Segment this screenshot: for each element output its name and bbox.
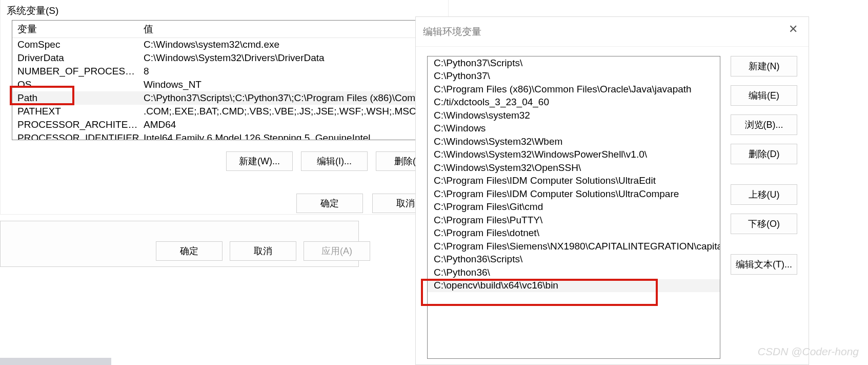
table-row[interactable]: DriverDataC:\Windows\System32\Drivers\Dr… [12,51,437,65]
close-icon[interactable]: ✕ [787,24,799,36]
cell-variable: PROCESSOR_ARCHITECTURE [12,119,140,130]
list-item[interactable]: C:\Windows [428,122,720,136]
cell-variable: PROCESSOR_IDENTIFIER [12,132,140,140]
dialog-titlebar: 编辑环境变量 ✕ [416,17,809,47]
list-item[interactable]: C:\Program Files\dotnet\ [428,227,720,240]
cell-value: C:\Windows\system32\cmd.exe [140,39,437,50]
system-variables-listview[interactable]: 变量 值 ComSpecC:\Windows\system32\cmd.exeD… [12,20,438,140]
edit-button[interactable]: 编辑(I)... [301,151,368,171]
cell-value: .COM;.EXE;.BAT;.CMD;.VBS;.VBE;.JS;.JSE;.… [140,106,437,117]
section-title: 系统变量(S) [7,4,58,17]
move-up-button[interactable]: 上移(U) [731,184,797,205]
table-row[interactable]: OSWindows_NT [12,78,437,91]
new-entry-button[interactable]: 新建(N) [731,56,797,76]
edit-env-var-dialog: 编辑环境变量 ✕ C:\Python37\Scripts\C:\Python37… [415,16,809,365]
cell-variable: Path [12,92,140,104]
cell-variable: OS [12,79,140,90]
list-item[interactable]: C:\Program Files\Git\cmd [428,201,720,214]
list-item[interactable]: C:\Python37\ [428,70,720,83]
listview-header: 变量 值 [12,21,437,38]
list-item[interactable]: C:\Windows\System32\Wbem [428,135,720,148]
cancel-button-2[interactable]: 取消 [230,241,296,261]
table-row[interactable]: NUMBER_OF_PROCESSORS8 [12,65,437,78]
list-item[interactable]: C:\Program Files\IDM Computer Solutions\… [428,187,720,201]
list-item[interactable]: C:\Python36\ [428,266,720,279]
cell-value: C:\Windows\System32\Drivers\DriverData [140,52,437,64]
move-down-button[interactable]: 下移(O) [731,214,797,234]
cell-value: AMD64 [140,119,437,130]
col-header-value[interactable]: 值 [140,23,437,36]
ok-button[interactable]: 确定 [296,194,363,213]
okcancel-row-2: 确定 取消 应用(A) [156,241,370,261]
cell-variable: NUMBER_OF_PROCESSORS [12,66,140,77]
browse-button[interactable]: 浏览(B)... [731,114,797,135]
edit-entry-button[interactable]: 编辑(E) [731,85,797,106]
list-item[interactable]: C:\Program Files\PuTTY\ [428,214,720,227]
table-row[interactable]: PathC:\Python37\Scripts\;C:\Python37\;C:… [12,91,437,105]
cell-variable: DriverData [12,52,140,64]
list-item[interactable]: C:\Python37\Scripts\ [428,56,720,70]
path-listbox[interactable]: C:\Python37\Scripts\C:\Python37\C:\Progr… [427,56,720,359]
new-button[interactable]: 新建(W)... [226,151,293,171]
system-variables-dialog: 系统变量(S) 变量 值 ComSpecC:\Windows\system32\… [0,0,449,215]
side-buttons: 新建(N) 编辑(E) 浏览(B)... 删除(D) 上移(U) 下移(O) 编… [731,56,798,364]
dialog-title: 编辑环境变量 [423,25,481,39]
col-header-variable[interactable]: 变量 [12,23,140,36]
sysvar-button-row: 新建(W)... 编辑(I)... 删除(L) [226,151,442,171]
cell-value: Windows_NT [140,79,437,90]
table-row[interactable]: PATHEXT.COM;.EXE;.BAT;.CMD;.VBS;.VBE;.JS… [12,105,437,118]
list-item[interactable]: C:/ti/xdctools_3_23_04_60 [428,96,720,109]
table-row[interactable]: PROCESSOR_IDENTIFIERIntel64 Family 6 Mod… [12,131,437,140]
taskbar-fragment [0,358,111,365]
ok-button-2[interactable]: 确定 [156,241,223,261]
cell-value: 8 [140,66,437,77]
cell-value: Intel64 Family 6 Model 126 Stepping 5, G… [140,132,437,140]
delete-entry-button[interactable]: 删除(D) [731,144,797,164]
edit-text-button[interactable]: 编辑文本(T)... [731,254,797,275]
apply-button[interactable]: 应用(A) [304,241,370,261]
list-item[interactable]: C:\Program Files\IDM Computer Solutions\… [428,175,720,188]
list-item[interactable]: C:\Program Files\Siemens\NX1980\CAPITALI… [428,240,720,253]
list-item[interactable]: C:\Windows\system32 [428,109,720,122]
list-item[interactable]: C:\Python36\Scripts\ [428,253,720,266]
list-item[interactable]: C:\opencv\build\x64\vc16\bin [428,279,720,293]
list-item[interactable]: C:\Windows\System32\OpenSSH\ [428,161,720,175]
list-item[interactable]: C:\Program Files (x86)\Common Files\Orac… [428,83,720,96]
cell-variable: PATHEXT [12,106,140,117]
table-row[interactable]: ComSpecC:\Windows\system32\cmd.exe [12,38,437,51]
list-item[interactable]: C:\Windows\System32\WindowsPowerShell\v1… [428,148,720,162]
table-row[interactable]: PROCESSOR_ARCHITECTUREAMD64 [12,118,437,131]
cell-value: C:\Python37\Scripts\;C:\Python37\;C:\Pro… [140,92,437,104]
cell-variable: ComSpec [12,39,140,50]
